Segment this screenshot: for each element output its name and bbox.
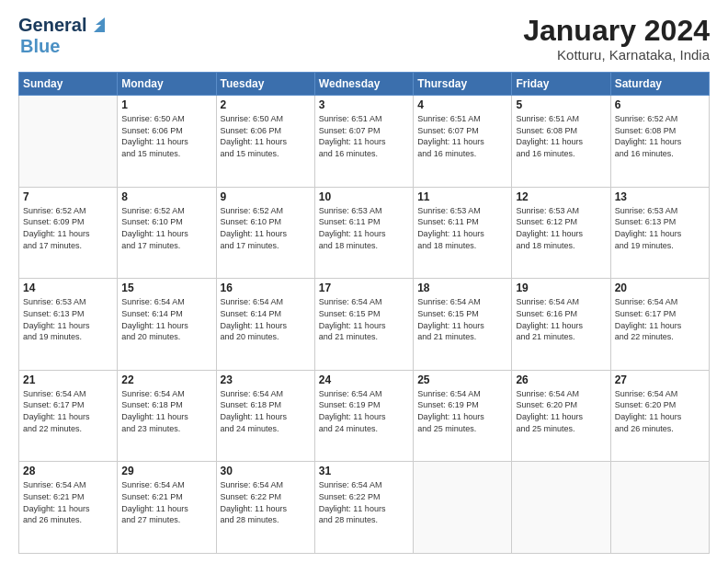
location: Kotturu, Karnataka, India — [523, 47, 710, 63]
table-row: 12Sunrise: 6:53 AM Sunset: 6:12 PM Dayli… — [512, 187, 610, 279]
day-info: Sunrise: 6:54 AM Sunset: 6:21 PM Dayligh… — [23, 479, 113, 525]
day-info: Sunrise: 6:53 AM Sunset: 6:12 PM Dayligh… — [516, 205, 606, 251]
table-row: 30Sunrise: 6:54 AM Sunset: 6:22 PM Dayli… — [216, 462, 314, 554]
day-info: Sunrise: 6:54 AM Sunset: 6:15 PM Dayligh… — [417, 296, 507, 342]
table-row — [19, 96, 118, 188]
day-number: 30 — [221, 465, 311, 477]
day-info: Sunrise: 6:54 AM Sunset: 6:15 PM Dayligh… — [319, 296, 409, 342]
table-row: 14Sunrise: 6:53 AM Sunset: 6:13 PM Dayli… — [19, 279, 118, 371]
day-number: 21 — [23, 373, 113, 386]
table-row: 8Sunrise: 6:52 AM Sunset: 6:10 PM Daylig… — [118, 187, 216, 279]
calendar-week-row: 21Sunrise: 6:54 AM Sunset: 6:17 PM Dayli… — [19, 370, 710, 462]
table-row: 4Sunrise: 6:51 AM Sunset: 6:07 PM Daylig… — [414, 96, 512, 188]
table-row: 29Sunrise: 6:54 AM Sunset: 6:21 PM Dayli… — [118, 462, 216, 554]
day-number: 13 — [615, 190, 705, 203]
day-number: 9 — [221, 190, 311, 203]
day-info: Sunrise: 6:53 AM Sunset: 6:11 PM Dayligh… — [417, 205, 507, 251]
day-number: 25 — [417, 373, 507, 386]
day-info: Sunrise: 6:54 AM Sunset: 6:20 PM Dayligh… — [516, 388, 606, 434]
day-number: 8 — [121, 190, 211, 203]
col-tuesday: Tuesday — [216, 73, 314, 96]
table-row — [610, 462, 709, 554]
table-row: 22Sunrise: 6:54 AM Sunset: 6:18 PM Dayli… — [118, 370, 216, 462]
col-saturday: Saturday — [610, 73, 709, 96]
title-block: January 2024 Kotturu, Karnataka, India — [523, 15, 710, 63]
header: General Blue January 2024 Kotturu, Karna… — [18, 15, 710, 63]
day-info: Sunrise: 6:54 AM Sunset: 6:18 PM Dayligh… — [221, 388, 311, 434]
day-number: 14 — [23, 282, 113, 294]
day-info: Sunrise: 6:54 AM Sunset: 6:21 PM Dayligh… — [121, 479, 211, 525]
day-number: 31 — [319, 465, 409, 477]
day-info: Sunrise: 6:52 AM Sunset: 6:08 PM Dayligh… — [615, 113, 705, 159]
day-number: 19 — [516, 282, 606, 294]
day-number: 4 — [417, 98, 507, 111]
table-row: 18Sunrise: 6:54 AM Sunset: 6:15 PM Dayli… — [414, 279, 512, 371]
logo-bird-icon — [88, 16, 105, 32]
day-info: Sunrise: 6:54 AM Sunset: 6:22 PM Dayligh… — [319, 479, 409, 525]
day-info: Sunrise: 6:54 AM Sunset: 6:14 PM Dayligh… — [121, 296, 211, 342]
day-number: 20 — [615, 282, 705, 294]
day-info: Sunrise: 6:54 AM Sunset: 6:20 PM Dayligh… — [615, 388, 705, 434]
svg-marker-0 — [94, 17, 105, 32]
day-info: Sunrise: 6:50 AM Sunset: 6:06 PM Dayligh… — [121, 113, 211, 159]
day-number: 1 — [121, 98, 211, 111]
table-row: 19Sunrise: 6:54 AM Sunset: 6:16 PM Dayli… — [512, 279, 610, 371]
calendar-week-row: 7Sunrise: 6:52 AM Sunset: 6:09 PM Daylig… — [19, 187, 710, 279]
table-row: 24Sunrise: 6:54 AM Sunset: 6:19 PM Dayli… — [314, 370, 413, 462]
col-friday: Friday — [512, 73, 610, 96]
table-row — [414, 462, 512, 554]
day-number: 22 — [121, 373, 211, 386]
calendar-week-row: 14Sunrise: 6:53 AM Sunset: 6:13 PM Dayli… — [19, 279, 710, 371]
table-row: 21Sunrise: 6:54 AM Sunset: 6:17 PM Dayli… — [19, 370, 118, 462]
day-info: Sunrise: 6:54 AM Sunset: 6:17 PM Dayligh… — [615, 296, 705, 342]
table-row: 11Sunrise: 6:53 AM Sunset: 6:11 PM Dayli… — [414, 187, 512, 279]
day-number: 28 — [23, 465, 113, 477]
day-info: Sunrise: 6:54 AM Sunset: 6:14 PM Dayligh… — [221, 296, 311, 342]
day-number: 11 — [417, 190, 507, 203]
table-row: 26Sunrise: 6:54 AM Sunset: 6:20 PM Dayli… — [512, 370, 610, 462]
day-number: 7 — [23, 190, 113, 203]
calendar-table: Sunday Monday Tuesday Wednesday Thursday… — [18, 72, 710, 554]
table-row: 13Sunrise: 6:53 AM Sunset: 6:13 PM Dayli… — [610, 187, 709, 279]
logo: General Blue — [18, 15, 105, 57]
day-info: Sunrise: 6:51 AM Sunset: 6:07 PM Dayligh… — [319, 113, 409, 159]
day-info: Sunrise: 6:51 AM Sunset: 6:07 PM Dayligh… — [417, 113, 507, 159]
calendar-week-row: 28Sunrise: 6:54 AM Sunset: 6:21 PM Dayli… — [19, 462, 710, 554]
logo-blue: Blue — [20, 36, 60, 56]
day-info: Sunrise: 6:52 AM Sunset: 6:10 PM Dayligh… — [121, 205, 211, 251]
day-number: 10 — [319, 190, 409, 203]
calendar-header-row: Sunday Monday Tuesday Wednesday Thursday… — [19, 73, 710, 96]
table-row: 3Sunrise: 6:51 AM Sunset: 6:07 PM Daylig… — [314, 96, 413, 188]
table-row: 28Sunrise: 6:54 AM Sunset: 6:21 PM Dayli… — [19, 462, 118, 554]
table-row: 2Sunrise: 6:50 AM Sunset: 6:06 PM Daylig… — [216, 96, 314, 188]
table-row: 25Sunrise: 6:54 AM Sunset: 6:19 PM Dayli… — [414, 370, 512, 462]
day-info: Sunrise: 6:50 AM Sunset: 6:06 PM Dayligh… — [221, 113, 311, 159]
month-year: January 2024 — [523, 15, 710, 47]
day-info: Sunrise: 6:53 AM Sunset: 6:13 PM Dayligh… — [615, 205, 705, 251]
day-info: Sunrise: 6:54 AM Sunset: 6:19 PM Dayligh… — [319, 388, 409, 434]
day-number: 18 — [417, 282, 507, 294]
day-number: 26 — [516, 373, 606, 386]
table-row: 10Sunrise: 6:53 AM Sunset: 6:11 PM Dayli… — [314, 187, 413, 279]
day-info: Sunrise: 6:54 AM Sunset: 6:19 PM Dayligh… — [417, 388, 507, 434]
table-row: 6Sunrise: 6:52 AM Sunset: 6:08 PM Daylig… — [610, 96, 709, 188]
col-wednesday: Wednesday — [314, 73, 413, 96]
day-number: 12 — [516, 190, 606, 203]
day-info: Sunrise: 6:53 AM Sunset: 6:13 PM Dayligh… — [23, 296, 113, 342]
day-info: Sunrise: 6:52 AM Sunset: 6:09 PM Dayligh… — [23, 205, 113, 251]
day-info: Sunrise: 6:54 AM Sunset: 6:17 PM Dayligh… — [23, 388, 113, 434]
day-number: 16 — [221, 282, 311, 294]
day-number: 29 — [121, 465, 211, 477]
table-row — [512, 462, 610, 554]
day-info: Sunrise: 6:53 AM Sunset: 6:11 PM Dayligh… — [319, 205, 409, 251]
table-row: 1Sunrise: 6:50 AM Sunset: 6:06 PM Daylig… — [118, 96, 216, 188]
table-row: 20Sunrise: 6:54 AM Sunset: 6:17 PM Dayli… — [610, 279, 709, 371]
day-number: 2 — [221, 98, 311, 111]
day-info: Sunrise: 6:52 AM Sunset: 6:10 PM Dayligh… — [221, 205, 311, 251]
table-row: 16Sunrise: 6:54 AM Sunset: 6:14 PM Dayli… — [216, 279, 314, 371]
col-sunday: Sunday — [19, 73, 118, 96]
day-number: 3 — [319, 98, 409, 111]
day-number: 5 — [516, 98, 606, 111]
col-thursday: Thursday — [414, 73, 512, 96]
page: General Blue January 2024 Kotturu, Karna… — [0, 0, 728, 563]
